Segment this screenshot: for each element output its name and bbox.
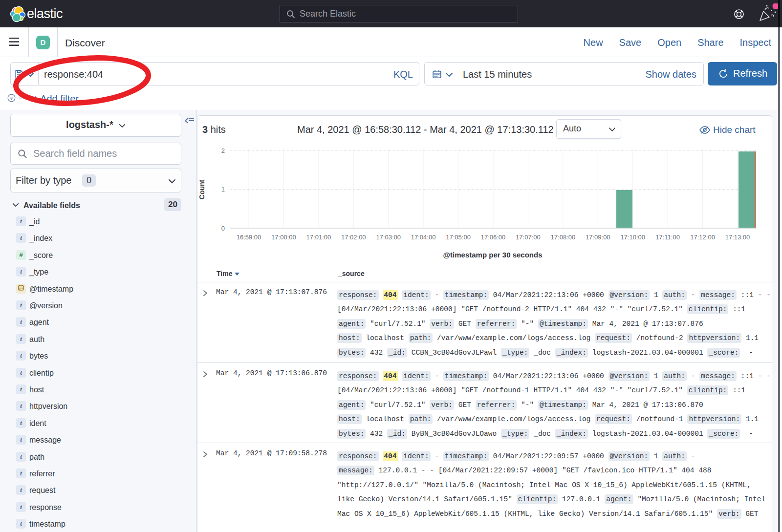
svg-text:17:08:00: 17:08:00: [551, 234, 576, 241]
svg-text:17:12:00: 17:12:00: [690, 234, 715, 241]
svg-text:17:02:00: 17:02:00: [341, 234, 366, 241]
svg-text:17:03:00: 17:03:00: [376, 234, 401, 241]
svg-text:17:04:00: 17:04:00: [411, 234, 436, 241]
svg-text:0: 0: [221, 225, 225, 232]
svg-text:17:10:00: 17:10:00: [620, 234, 645, 241]
svg-text:17:11:00: 17:11:00: [655, 234, 680, 241]
svg-text:2: 2: [221, 147, 225, 154]
svg-text:17:00:00: 17:00:00: [271, 234, 296, 241]
svg-text:17:09:00: 17:09:00: [586, 234, 610, 241]
svg-text:17:06:00: 17:06:00: [481, 234, 506, 241]
svg-text:17:01:00: 17:01:00: [306, 234, 331, 241]
svg-text:17:13:00: 17:13:00: [725, 234, 750, 241]
svg-text:Count: Count: [198, 179, 206, 199]
svg-text:@timestamp per 30 seconds: @timestamp per 30 seconds: [443, 251, 542, 259]
svg-text:17:07:00: 17:07:00: [516, 234, 541, 241]
svg-text:17:05:00: 17:05:00: [446, 234, 471, 241]
svg-text:1: 1: [221, 186, 225, 193]
svg-text:16:59:00: 16:59:00: [237, 234, 261, 241]
